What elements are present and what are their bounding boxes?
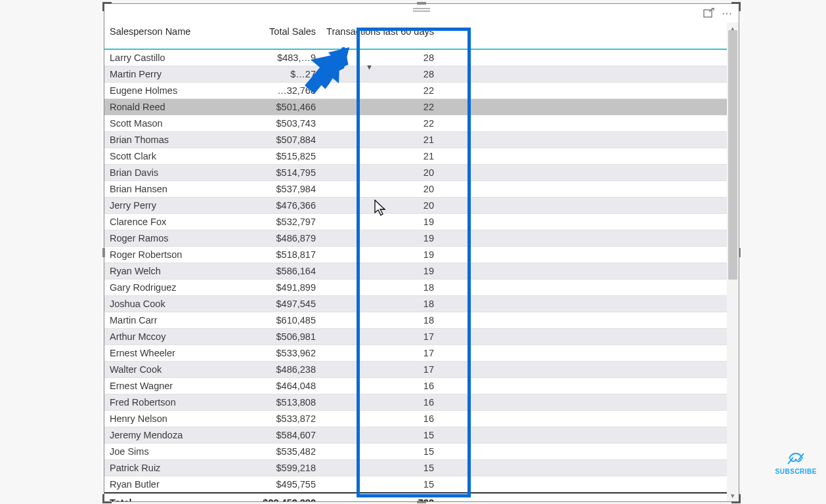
cell-name: Fred Robertson xyxy=(104,394,196,411)
cell-transactions: 16 xyxy=(321,394,439,411)
cell-transactions: 22 xyxy=(321,99,439,116)
cell-transactions: 16 xyxy=(321,378,439,394)
table-row[interactable]: Brian Thomas$507,88421 xyxy=(104,132,727,148)
table-scroll-area: Salesperson Name Total Sales Transaction… xyxy=(104,22,727,501)
cell-name: Brian Thomas xyxy=(104,132,196,148)
table-row[interactable]: Ryan Welch$586,16419 xyxy=(104,263,727,280)
table-row[interactable]: Martin Perry$…2728 xyxy=(104,66,727,83)
cell-name: Ronald Reed xyxy=(104,99,196,116)
cell-name: Ernest Wagner xyxy=(104,378,196,394)
total-label: Total xyxy=(104,493,196,501)
cell-sales: $533,872 xyxy=(196,411,321,427)
cell-name: Clarence Fox xyxy=(104,214,196,230)
table-row[interactable]: Brian Hansen$537,98420 xyxy=(104,181,727,198)
cell-transactions: 17 xyxy=(321,329,439,345)
cell-transactions: 19 xyxy=(321,263,439,280)
table-row[interactable]: Joshua Cook$497,54518 xyxy=(104,296,727,312)
table-row[interactable]: Fred Robertson$513,80816 xyxy=(104,394,727,411)
cell-name: Gary Rodriguez xyxy=(104,280,196,296)
more-options-icon[interactable]: ⋯ xyxy=(720,7,735,20)
cell-sales: $507,884 xyxy=(196,132,321,148)
table-row[interactable]: Scott Clark$515,82521 xyxy=(104,148,727,165)
table-row[interactable]: Ernest Wheeler$533,96217 xyxy=(104,345,727,362)
cell-sales: $518,817 xyxy=(196,247,321,263)
cell-transactions: 18 xyxy=(321,296,439,312)
cell-name: Roger Robertson xyxy=(104,247,196,263)
table-row[interactable]: Brian Davis$514,79520 xyxy=(104,165,727,181)
cell-sales: $501,466 xyxy=(196,99,321,116)
cell-sales: $515,825 xyxy=(196,148,321,165)
cell-transactions: 15 xyxy=(321,444,439,460)
table-row[interactable]: Roger Ramos$486,87919 xyxy=(104,230,727,247)
table-row[interactable]: Walter Cook$486,23817 xyxy=(104,362,727,378)
table-row[interactable]: Larry Castillo$483,…928 xyxy=(104,49,727,66)
cell-transactions: 20 xyxy=(321,198,439,214)
cell-name: Joshua Cook xyxy=(104,296,196,312)
table-row[interactable]: Roger Robertson$518,81719 xyxy=(104,247,727,263)
drag-grip-icon[interactable] xyxy=(413,8,430,12)
cell-sales: …32,768 xyxy=(196,83,321,99)
cell-transactions: 19 xyxy=(321,247,439,263)
cell-transactions: 16 xyxy=(321,411,439,427)
cell-name: Ernest Wheeler xyxy=(104,345,196,362)
scrollbar-down-icon[interactable]: ▾ xyxy=(727,490,739,501)
cell-sales: $586,164 xyxy=(196,263,321,280)
scrollbar-thumb[interactable] xyxy=(728,30,737,280)
cell-sales: $486,879 xyxy=(196,230,321,247)
cell-sales: $513,808 xyxy=(196,394,321,411)
cell-transactions: 17 xyxy=(321,345,439,362)
cell-sales: $514,795 xyxy=(196,165,321,181)
cell-transactions: 15 xyxy=(321,476,439,494)
table-row[interactable]: Jeremy Mendoza$584,60715 xyxy=(104,427,727,444)
table-row[interactable]: Arthur Mccoy$506,98117 xyxy=(104,329,727,345)
table-row[interactable]: Henry Nelson$533,87216 xyxy=(104,411,727,427)
cell-name: Walter Cook xyxy=(104,362,196,378)
cell-sales: $535,482 xyxy=(196,444,321,460)
cell-transactions: 20 xyxy=(321,165,439,181)
cell-transactions: 18 xyxy=(321,312,439,329)
table-row[interactable]: Ronald Reed$501,46622 xyxy=(104,99,727,116)
cell-transactions: 15 xyxy=(321,427,439,444)
subscribe-badge[interactable]: SUBSCRIBE xyxy=(775,451,817,475)
cell-name: Martin Carr xyxy=(104,312,196,329)
cell-transactions: 28 xyxy=(321,66,439,83)
cell-sales: $486,238 xyxy=(196,362,321,378)
cell-transactions: 19 xyxy=(321,230,439,247)
resize-handle-top[interactable] xyxy=(417,2,426,5)
cell-transactions: 28 xyxy=(321,49,439,66)
cell-sales: $610,485 xyxy=(196,312,321,329)
table-row[interactable]: Eugene Holmes…32,76822 xyxy=(104,83,727,99)
cell-sales: $532,797 xyxy=(196,214,321,230)
cell-name: Martin Perry xyxy=(104,66,196,83)
table-row[interactable]: Gary Rodriguez$491,89918 xyxy=(104,280,727,296)
cell-name: Joe Sims xyxy=(104,444,196,460)
table-row[interactable]: Jerry Perry$476,36620 xyxy=(104,198,727,214)
resize-handle-tl[interactable] xyxy=(102,2,112,11)
cell-name: Eugene Holmes xyxy=(104,83,196,99)
column-header-sales[interactable]: Total Sales xyxy=(196,22,321,49)
table-row[interactable]: Ernest Wagner$464,04816 xyxy=(104,378,727,394)
cell-name: Brian Hansen xyxy=(104,181,196,198)
table-row[interactable]: Scott Mason$503,74322 xyxy=(104,116,727,132)
table-visual-frame: ⋯ Salesperson Name Total Sales Transacti… xyxy=(104,3,739,502)
cell-sales: $497,545 xyxy=(196,296,321,312)
cell-sales: $464,048 xyxy=(196,378,321,394)
cell-name: Ryan Welch xyxy=(104,263,196,280)
table-row[interactable]: Ryan Butler$495,75515 xyxy=(104,476,727,494)
cell-sales: $476,366 xyxy=(196,198,321,214)
focus-mode-icon[interactable] xyxy=(702,7,716,20)
cell-transactions: 22 xyxy=(321,116,439,132)
column-header-transactions[interactable]: Transactions last 60 days xyxy=(321,22,439,49)
cell-name: Brian Davis xyxy=(104,165,196,181)
table-row[interactable]: Patrick Ruiz$599,21815 xyxy=(104,460,727,476)
cell-transactions: 21 xyxy=(321,132,439,148)
table-row[interactable]: Martin Carr$610,48518 xyxy=(104,312,727,329)
table-row[interactable]: Clarence Fox$532,79719 xyxy=(104,214,727,230)
column-header-name[interactable]: Salesperson Name xyxy=(104,22,196,49)
cell-name: Larry Castillo xyxy=(104,49,196,66)
cell-sales: $…27 xyxy=(196,66,321,83)
sales-table: Salesperson Name Total Sales Transaction… xyxy=(104,22,727,501)
cell-sales: $506,981 xyxy=(196,329,321,345)
cell-name: Ryan Butler xyxy=(104,476,196,494)
table-row[interactable]: Joe Sims$535,48215 xyxy=(104,444,727,460)
